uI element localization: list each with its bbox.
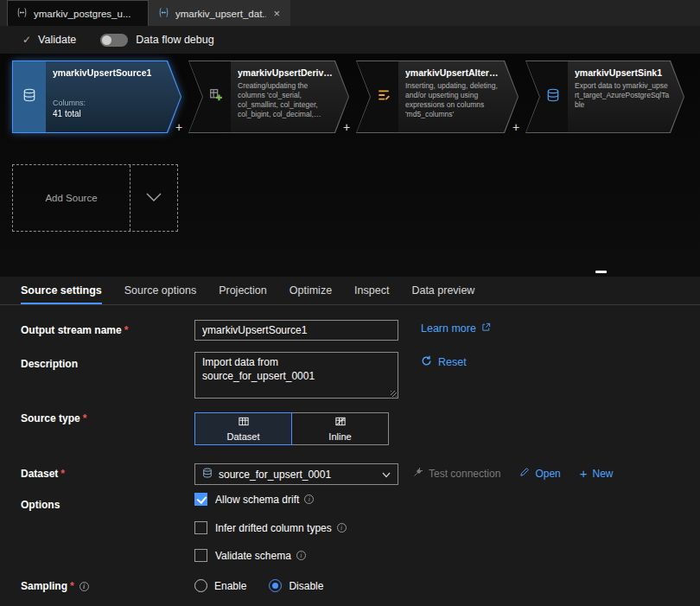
dataset-select-value: source_for_upsert_0001 — [219, 469, 331, 481]
output-stream-name-input[interactable] — [194, 320, 398, 341]
validate-button[interactable]: ✓ Validate — [22, 34, 76, 46]
sampling-enable-radio[interactable]: Enable — [194, 579, 246, 592]
node-description: Inserting, updating, deleting, and/or up… — [405, 81, 504, 119]
radio-button[interactable] — [194, 579, 207, 592]
radio-label: Enable — [214, 580, 246, 592]
check-icon: ✓ — [22, 34, 31, 46]
database-icon — [22, 88, 36, 105]
tab-source-options[interactable]: Source options — [124, 277, 196, 304]
source-type-label: Source type* — [21, 412, 86, 424]
editor-tab-label: ymarkiv_upsert_dat... — [175, 9, 266, 19]
add-source-dropdown[interactable] — [130, 165, 177, 231]
tab-inspect[interactable]: Inspect — [354, 277, 389, 304]
node-sink[interactable]: ymarkivUpsertSink1 Export data to ymarki… — [525, 61, 684, 133]
source-settings-panel: Source settings Source options Projectio… — [0, 277, 700, 606]
dataset-select[interactable]: source_for_upsert_0001 — [194, 463, 398, 485]
dataflow-icon — [158, 7, 169, 20]
node-content: ymarkivUpsertSink1 Export data to ymarki… — [568, 61, 684, 132]
source-type-inline-button[interactable]: Inline — [291, 412, 389, 445]
node-body: ymarkivUpsertAlterRow1 Inserting, updati… — [357, 61, 518, 132]
node-content: ymarkivUpsertAlterRow1 Inserting, updati… — [398, 61, 518, 132]
radio-label: Disable — [289, 580, 323, 592]
panel-resize-handle[interactable] — [595, 271, 607, 273]
node-body: ymarkivUpsertDerivedC... Creating/updati… — [189, 61, 348, 132]
node-body: ymarkivUpsertSink1 Export data to ymarki… — [526, 61, 684, 132]
reset-button[interactable]: Reset — [421, 355, 467, 369]
editor-tab-postgres[interactable]: ymarkiv_postgres_u... — [7, 0, 149, 26]
node-title: ymarkivUpsertAlterRow1 — [405, 67, 504, 78]
node-source[interactable]: ymarkivUpsertSource1 Columns: 41 total — [12, 61, 181, 133]
node-description: Creating/updating the columns 'col_seria… — [238, 81, 334, 119]
node-type-strip — [526, 61, 568, 132]
add-transformation-plus-icon[interactable]: + — [512, 121, 519, 133]
infer-drifted-column-types-checkbox-row[interactable]: Infer drifted column types — [194, 521, 347, 534]
checkbox-label: Allow schema drift — [215, 494, 299, 506]
info-icon — [80, 582, 89, 591]
tab-source-settings[interactable]: Source settings — [21, 277, 102, 304]
textarea-resize-handle[interactable] — [391, 391, 397, 397]
node-content: ymarkivUpsertSource1 Columns: 41 total — [46, 61, 181, 132]
info-icon — [337, 523, 347, 533]
alter-row-icon — [377, 88, 391, 105]
new-dataset-button[interactable]: + New — [580, 467, 614, 480]
node-title: ymarkivUpsertSource1 — [53, 67, 167, 78]
description-textarea[interactable]: Import data from source_for_upsert_0001 — [194, 352, 398, 399]
database-icon — [546, 88, 560, 105]
dataflow-debug-label: Data flow debug — [136, 34, 213, 46]
description-label: Description — [21, 358, 78, 370]
derived-column-icon — [209, 88, 223, 105]
dataflow-debug-toggle[interactable] — [100, 34, 128, 47]
test-connection-button[interactable]: Test connection — [413, 467, 500, 480]
node-body: ymarkivUpsertSource1 Columns: 41 total — [13, 61, 181, 132]
node-type-strip — [189, 61, 231, 132]
toggle-knob — [102, 35, 111, 45]
validate-label: Validate — [38, 34, 76, 46]
checkbox-label: Validate schema — [215, 550, 291, 562]
chevron-down-icon — [382, 469, 391, 481]
output-stream-name-label: Output stream name* — [21, 324, 128, 336]
plus-icon: + — [580, 467, 588, 480]
add-source-box[interactable]: Add Source — [12, 164, 178, 232]
tab-data-preview[interactable]: Data preview — [411, 277, 474, 304]
inline-grid-icon — [334, 416, 347, 429]
tab-optimize[interactable]: Optimize — [290, 277, 332, 304]
dataset-actions: Test connection Open + New — [413, 467, 614, 480]
info-icon — [304, 494, 314, 504]
node-alter-row[interactable]: ymarkivUpsertAlterRow1 Inserting, updati… — [356, 61, 519, 133]
close-icon[interactable]: × — [272, 8, 281, 19]
editor-tabbar: ymarkiv_postgres_u... ymarkiv_upsert_dat… — [0, 0, 700, 26]
reset-icon — [421, 355, 432, 369]
node-columns-label: Columns: — [53, 99, 167, 107]
tab-projection[interactable]: Projection — [219, 277, 267, 304]
sampling-disable-radio[interactable]: Disable — [269, 579, 323, 592]
checkbox[interactable] — [194, 549, 207, 562]
dataset-grid-icon — [238, 416, 250, 429]
dataset-icon — [202, 468, 213, 481]
dataflow-canvas[interactable]: ymarkivUpsertSource1 Columns: 41 total +… — [0, 54, 700, 277]
node-title: ymarkivUpsertSink1 — [575, 67, 670, 78]
dataflow-icon — [16, 7, 28, 20]
node-columns-value: 41 total — [53, 109, 167, 118]
editor-tab-upsert[interactable]: ymarkiv_upsert_dat... × — [149, 0, 290, 26]
node-content: ymarkivUpsertDerivedC... Creating/updati… — [231, 61, 348, 132]
adf-dataflow-editor: ymarkiv_postgres_u... ymarkiv_upsert_dat… — [0, 0, 700, 606]
required-asterisk: * — [70, 580, 74, 592]
checkbox[interactable] — [194, 493, 207, 506]
checkbox[interactable] — [194, 521, 207, 534]
learn-more-link[interactable]: Learn more — [421, 322, 491, 335]
add-transformation-plus-icon[interactable]: + — [175, 121, 182, 133]
add-transformation-plus-icon[interactable]: + — [343, 121, 350, 133]
source-type-selector: Dataset Inline — [194, 412, 389, 445]
node-title: ymarkivUpsertDerivedC... — [238, 67, 334, 78]
dataflow-toolbar: ✓ Validate Data flow debug — [0, 26, 700, 54]
node-derived-column[interactable]: ymarkivUpsertDerivedC... Creating/updati… — [188, 61, 349, 133]
required-asterisk: * — [83, 412, 87, 424]
validate-schema-checkbox-row[interactable]: Validate schema — [194, 549, 306, 562]
radio-button[interactable] — [269, 579, 282, 592]
source-type-dataset-button[interactable]: Dataset — [194, 412, 292, 445]
open-button[interactable]: Open — [519, 467, 560, 480]
required-asterisk: * — [124, 324, 129, 336]
allow-schema-drift-checkbox-row[interactable]: Allow schema drift — [194, 493, 314, 506]
node-type-strip — [357, 61, 398, 132]
pencil-icon — [519, 467, 530, 480]
